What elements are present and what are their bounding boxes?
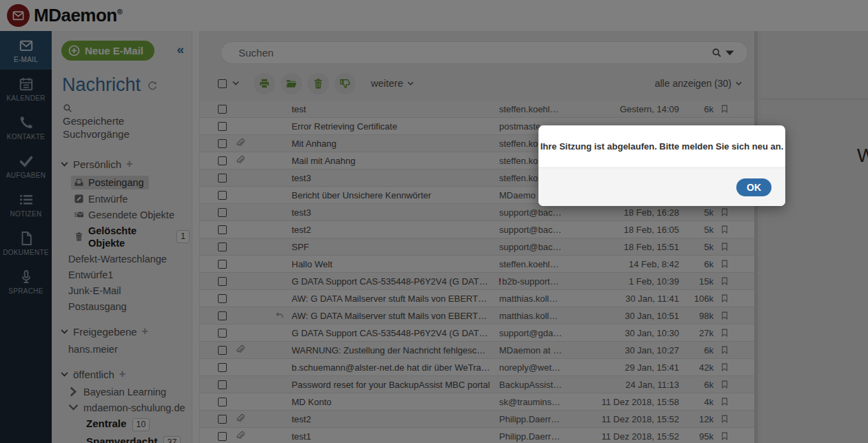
ok-button[interactable]: OK xyxy=(736,178,771,196)
dialog-message: Ihre Sitzung ist abgelaufen. Bitte melde… xyxy=(541,141,784,152)
dialog-footer: OK xyxy=(538,167,785,206)
modal-overlay xyxy=(0,0,868,443)
session-expired-dialog: Ihre Sitzung ist abgelaufen. Bitte melde… xyxy=(538,125,785,206)
